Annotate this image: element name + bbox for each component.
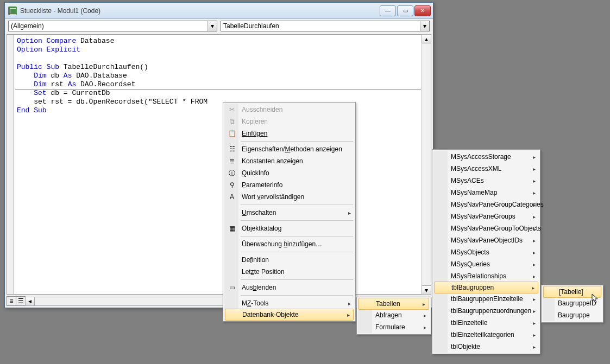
submenu-queries[interactable]: Abfragen▸ xyxy=(358,309,430,321)
fields-submenu: [Tabelle] BaugruppeID Baugruppe xyxy=(541,285,603,323)
submenu-arrow-icon: ▸ xyxy=(533,238,536,244)
table-item[interactable]: MSysNameMap▸ xyxy=(433,187,539,199)
menu-cut: ✂Ausschneiden xyxy=(224,104,354,116)
complete-icon: A xyxy=(228,193,236,201)
submenu-arrow-icon: ▸ xyxy=(533,344,536,350)
full-module-view-button[interactable]: ☰ xyxy=(16,296,26,306)
properties-icon: ☷ xyxy=(228,145,236,154)
quickinfo-icon: ⓘ xyxy=(228,169,236,177)
table-item-tblbaugruppen[interactable]: tblBaugruppen▸ xyxy=(434,282,538,293)
dbobjects-submenu: Tabellen▸ Abfragen▸ Formulare▸ xyxy=(356,297,431,335)
submenu-arrow-icon: ▸ xyxy=(348,210,351,216)
menu-quickinfo[interactable]: ⓘQuickInfo xyxy=(224,167,354,179)
submenu-arrow-icon: ▸ xyxy=(533,250,536,256)
table-item[interactable]: MSysNavPaneGroups▸ xyxy=(433,210,539,222)
window-title: Stueckliste - Modul1 (Code) xyxy=(20,7,380,15)
table-item[interactable]: tblBaugruppenEinzelteile▸ xyxy=(433,293,539,305)
submenu-arrow-icon: ▸ xyxy=(533,308,536,314)
close-button[interactable]: ✕ xyxy=(414,5,431,16)
submenu-arrow-icon: ▸ xyxy=(424,324,426,330)
submenu-arrow-icon: ▸ xyxy=(347,312,350,318)
scroll-left-icon[interactable]: ◂ xyxy=(26,297,35,305)
submenu-arrow-icon: ▸ xyxy=(533,332,536,338)
constants-icon: ≣ xyxy=(228,157,236,165)
submenu-arrow-icon: ▸ xyxy=(533,261,536,267)
table-item[interactable]: MSysACEs▸ xyxy=(433,175,539,187)
table-item[interactable]: tblBaugruppenzuordnungen▸ xyxy=(433,305,539,317)
paste-icon: 📋 xyxy=(228,129,236,138)
submenu-tables[interactable]: Tabellen▸ xyxy=(359,298,429,310)
submenu-arrow-icon: ▸ xyxy=(533,154,536,160)
menu-paste[interactable]: 📋Einfügen xyxy=(224,127,354,139)
table-item[interactable]: MSysQueries▸ xyxy=(433,258,539,270)
maximize-button[interactable]: ▭ xyxy=(397,5,413,16)
paraminfo-icon: ⚲ xyxy=(228,181,236,189)
table-item[interactable]: tblEinzelteile▸ xyxy=(433,317,539,329)
submenu-arrow-icon: ▸ xyxy=(348,301,351,306)
table-item[interactable]: MSysRelationships▸ xyxy=(433,270,539,282)
submenu-arrow-icon: ▸ xyxy=(533,202,536,208)
vertical-scrollbar[interactable]: ▴ ▾ xyxy=(422,35,431,294)
menu-properties[interactable]: ☷Eigenschaften/Methoden anzeigen xyxy=(224,143,354,155)
titlebar[interactable]: Stueckliste - Modul1 (Code) — ▭ ✕ xyxy=(5,3,433,19)
procedure-dropdown[interactable]: TabelleDurchlaufen ▾ xyxy=(221,21,430,31)
procedure-view-button[interactable]: ≡ xyxy=(7,296,16,306)
editor-gutter xyxy=(7,35,14,294)
menu-toggle[interactable]: Umschalten▸ xyxy=(224,207,354,219)
field-baugruppe[interactable]: Baugruppe xyxy=(543,309,602,321)
menu-copy: ⧉Kopieren xyxy=(224,116,354,127)
menu-add-watch[interactable]: Überwachung hinzufügen… xyxy=(224,238,354,250)
scroll-down-icon[interactable]: ▾ xyxy=(422,285,431,295)
table-item[interactable]: MSysAccessStorage▸ xyxy=(433,151,539,163)
object-dropdown[interactable]: (Allgemein) ▾ xyxy=(8,21,217,31)
submenu-arrow-icon: ▸ xyxy=(424,312,426,318)
menu-object-catalog[interactable]: ▦Objektkatalog xyxy=(224,222,354,234)
chevron-down-icon[interactable]: ▾ xyxy=(207,21,217,31)
context-menu: ✂Ausschneiden ⧉Kopieren 📋Einfügen ☷Eigen… xyxy=(223,102,356,322)
submenu-arrow-icon: ▸ xyxy=(533,214,536,220)
module-icon xyxy=(8,7,17,15)
menu-complete[interactable]: AWort vervollständigen xyxy=(224,191,354,203)
submenu-arrow-icon: ▸ xyxy=(533,320,536,326)
submenu-arrow-icon: ▸ xyxy=(533,190,536,196)
submenu-arrow-icon: ▸ xyxy=(533,226,536,232)
code-window: Stueckliste - Modul1 (Code) — ▭ ✕ (Allge… xyxy=(4,2,433,308)
menu-mztools[interactable]: MZ-Tools▸ xyxy=(224,297,354,309)
table-item[interactable]: MSysNavPaneObjectIDs▸ xyxy=(433,234,539,246)
object-dropdown-value: (Allgemein) xyxy=(11,22,44,30)
submenu-arrow-icon: ▸ xyxy=(533,166,536,172)
table-item[interactable]: tblEinzelteilkategorien▸ xyxy=(433,329,539,341)
catalog-icon: ▦ xyxy=(228,224,236,233)
submenu-arrow-icon: ▸ xyxy=(533,273,536,279)
menu-hide[interactable]: ▭Ausblenden xyxy=(224,282,354,293)
hide-icon: ▭ xyxy=(228,283,236,292)
submenu-arrow-icon: ▸ xyxy=(532,285,534,291)
editor-client: Option Compare Database Option Explicit … xyxy=(7,34,431,295)
minimize-button[interactable]: — xyxy=(380,5,396,16)
field-baugruppeid[interactable]: BaugruppeID xyxy=(543,297,602,309)
submenu-forms[interactable]: Formulare▸ xyxy=(358,321,430,333)
declarations-divider xyxy=(15,89,421,90)
menu-paraminfo[interactable]: ⚲Parameterinfo xyxy=(224,179,354,191)
menu-last-position[interactable]: Letzte Position xyxy=(224,266,354,278)
submenu-arrow-icon: ▸ xyxy=(533,296,536,302)
nav-bar: (Allgemein) ▾ TabelleDurchlaufen ▾ xyxy=(5,19,433,32)
submenu-arrow-icon: ▸ xyxy=(533,178,536,184)
tables-submenu: MSysAccessStorage▸ MSysAccessXML▸ MSysAC… xyxy=(432,149,540,354)
table-item[interactable]: MSysAccessXML▸ xyxy=(433,163,539,175)
field-table[interactable]: [Tabelle] xyxy=(543,286,601,298)
chevron-down-icon[interactable]: ▾ xyxy=(420,21,429,31)
table-item[interactable]: MSysNavPaneGroupCategories▸ xyxy=(433,199,539,210)
menu-constants[interactable]: ≣Konstanten anzeigen xyxy=(224,155,354,167)
table-item[interactable]: tblObjekte▸ xyxy=(433,341,539,353)
table-item[interactable]: MSysNavPaneGroupToObjects▸ xyxy=(433,222,539,234)
cut-icon: ✂ xyxy=(228,105,236,114)
procedure-dropdown-value: TabelleDurchlaufen xyxy=(223,22,279,30)
submenu-arrow-icon: ▸ xyxy=(423,301,425,307)
menu-database-objects[interactable]: Datenbank-Objekte▸ xyxy=(225,309,354,321)
table-item[interactable]: MSysObjects▸ xyxy=(433,246,539,258)
copy-icon: ⧉ xyxy=(228,117,236,126)
scroll-up-icon[interactable]: ▴ xyxy=(422,34,431,43)
code-editor[interactable]: Option Compare Database Option Explicit … xyxy=(14,35,422,294)
menu-definition[interactable]: Definition xyxy=(224,254,354,266)
